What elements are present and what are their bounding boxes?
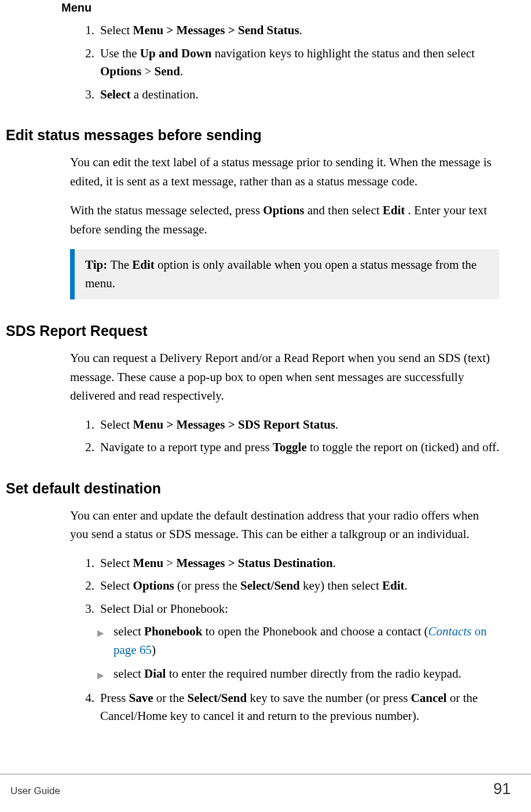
bold-text: Options [263, 203, 304, 217]
bold-text: Menu > Messages > SDS Report Status [133, 418, 335, 431]
triangle-bullet-icon: ▶ [97, 627, 104, 640]
dest-steps-list: Select Menu > Messages > Status Destinat… [84, 554, 511, 726]
text: Navigate to a report type and press [100, 440, 273, 454]
text: . [180, 64, 183, 78]
text: > [141, 64, 154, 78]
list-item: Press Save or the Select/Send key to sav… [84, 689, 511, 726]
bold-text: Edit [383, 203, 405, 217]
list-item: ▶ select Phonebook to open the Phonebook… [97, 623, 511, 659]
sds-steps-list: Select Menu > Messages > SDS Report Stat… [84, 416, 511, 457]
list-item: Navigate to a report type and press Togg… [84, 438, 511, 457]
list-item: Select Options (or press the Select/Send… [84, 577, 511, 595]
bold-text: Send [155, 64, 180, 78]
bold-text: Up and Down [140, 46, 212, 60]
list-item: ▶ select Dial to enter the required numb… [97, 665, 511, 683]
text: . [335, 418, 338, 431]
text: key) then select [300, 579, 382, 592]
list-item: Select Menu > Messages > SDS Report Stat… [84, 416, 511, 434]
text: select [113, 667, 144, 681]
bold-text: Edit [132, 258, 155, 272]
sub-list: ▶ select Phonebook to open the Phonebook… [97, 623, 511, 683]
text: to open the Phonebook and choose a conta… [202, 624, 428, 638]
menu-steps-list: Select Menu > Messages > Send Status. Us… [84, 21, 511, 104]
bold-text: Cancel [411, 691, 447, 705]
footer-title: User Guide [10, 785, 60, 797]
bold-text: Options [100, 64, 141, 78]
bold-text: Options [133, 579, 174, 592]
list-item: Use the Up and Down navigation keys to h… [84, 45, 511, 81]
link-title: Contacts [429, 624, 472, 638]
text: Select [100, 556, 133, 570]
paragraph: You can request a Delivery Report and/or… [70, 349, 499, 405]
bold-text: Phonebook [144, 624, 202, 638]
bold-text: Messages > Status Destination [176, 556, 332, 570]
text: With the status message selected, press [70, 203, 263, 217]
text: navigation keys to highlight the status … [212, 46, 475, 60]
heading-edit-status: Edit status messages before sending [6, 127, 511, 144]
bold-text: Select/Send [188, 691, 247, 705]
heading-menu: Menu [61, 1, 511, 14]
text: Select [100, 23, 133, 37]
list-item: Select Dial or Phonebook: ▶ select Phone… [84, 600, 511, 683]
text: or the [153, 691, 188, 705]
heading-set-default: Set default destination [6, 480, 511, 497]
tip-label: Tip: [85, 258, 110, 272]
page-footer: User Guide 91 [0, 774, 531, 798]
bold-text: Save [129, 691, 153, 705]
text: The [110, 258, 132, 272]
paragraph: You can edit the text label of a status … [70, 153, 499, 191]
text: Use the [100, 46, 140, 60]
triangle-bullet-icon: ▶ [97, 669, 104, 682]
text: select [113, 624, 144, 638]
text: (or press the [174, 579, 240, 592]
text: ) [152, 643, 156, 657]
text: Select [100, 418, 133, 431]
list-item: Select Menu > Messages > Send Status. [84, 21, 511, 40]
bold-text: Edit [382, 579, 405, 592]
text: key to save the number (or press [247, 691, 411, 705]
text: Press [100, 691, 129, 705]
text: a destination. [130, 87, 198, 101]
text: Select Dial or Phonebook: [100, 602, 228, 616]
paragraph: With the status message selected, press … [70, 201, 499, 239]
bold-text: Dial [144, 667, 166, 681]
bold-text: Menu [133, 556, 164, 570]
page-number: 91 [493, 780, 511, 798]
text: . [333, 556, 336, 570]
heading-sds-report: SDS Report Request [6, 323, 511, 339]
list-item: Select a destination. [84, 86, 511, 104]
text: to enter the required number directly fr… [166, 667, 461, 681]
bold-text: Select [100, 87, 130, 101]
bold-text: Menu > Messages > Send Status [133, 23, 299, 37]
bold-text: Select/Send [240, 579, 300, 592]
text: Select [100, 579, 133, 592]
paragraph: You can enter and update the default des… [70, 506, 499, 544]
text: and then select [305, 203, 383, 217]
text: . [405, 579, 408, 592]
text: . [299, 23, 302, 37]
list-item: Select Menu > Messages > Status Destinat… [84, 554, 511, 573]
text: > [163, 556, 176, 570]
text: to toggle the report on (ticked) and off… [307, 440, 500, 454]
bold-text: Toggle [273, 440, 307, 454]
tip-callout: Tip: The Edit option is only available w… [70, 249, 499, 299]
